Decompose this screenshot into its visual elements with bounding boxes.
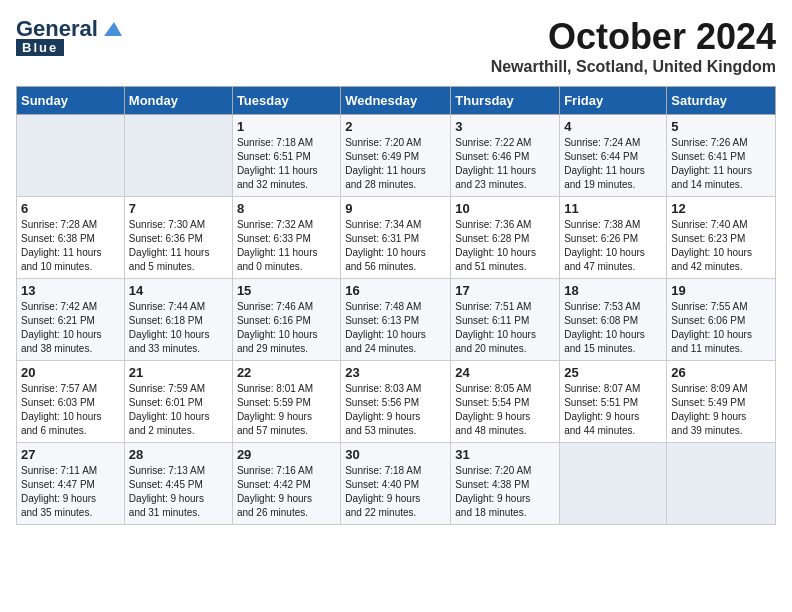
- day-info: Sunrise: 7:20 AM Sunset: 6:49 PM Dayligh…: [345, 136, 446, 192]
- day-number: 15: [237, 283, 336, 298]
- calendar-cell: 5Sunrise: 7:26 AM Sunset: 6:41 PM Daylig…: [667, 115, 776, 197]
- day-info: Sunrise: 7:44 AM Sunset: 6:18 PM Dayligh…: [129, 300, 228, 356]
- day-number: 21: [129, 365, 228, 380]
- day-info: Sunrise: 7:18 AM Sunset: 6:51 PM Dayligh…: [237, 136, 336, 192]
- calendar-cell: [124, 115, 232, 197]
- week-row-2: 6Sunrise: 7:28 AM Sunset: 6:38 PM Daylig…: [17, 197, 776, 279]
- day-info: Sunrise: 7:24 AM Sunset: 6:44 PM Dayligh…: [564, 136, 662, 192]
- day-number: 1: [237, 119, 336, 134]
- calendar-cell: 2Sunrise: 7:20 AM Sunset: 6:49 PM Daylig…: [341, 115, 451, 197]
- day-number: 9: [345, 201, 446, 216]
- day-info: Sunrise: 7:22 AM Sunset: 6:46 PM Dayligh…: [455, 136, 555, 192]
- day-info: Sunrise: 7:13 AM Sunset: 4:45 PM Dayligh…: [129, 464, 228, 520]
- calendar-cell: [17, 115, 125, 197]
- day-number: 24: [455, 365, 555, 380]
- logo-icon: [100, 18, 122, 40]
- day-number: 5: [671, 119, 771, 134]
- weekday-header-sunday: Sunday: [17, 87, 125, 115]
- calendar-cell: [560, 443, 667, 525]
- day-number: 11: [564, 201, 662, 216]
- calendar-cell: 11Sunrise: 7:38 AM Sunset: 6:26 PM Dayli…: [560, 197, 667, 279]
- day-number: 20: [21, 365, 120, 380]
- calendar-cell: 3Sunrise: 7:22 AM Sunset: 6:46 PM Daylig…: [451, 115, 560, 197]
- day-info: Sunrise: 7:38 AM Sunset: 6:26 PM Dayligh…: [564, 218, 662, 274]
- day-info: Sunrise: 7:48 AM Sunset: 6:13 PM Dayligh…: [345, 300, 446, 356]
- day-number: 25: [564, 365, 662, 380]
- day-number: 4: [564, 119, 662, 134]
- week-row-5: 27Sunrise: 7:11 AM Sunset: 4:47 PM Dayli…: [17, 443, 776, 525]
- header: General Blue October 2024 Newarthill, Sc…: [16, 16, 776, 76]
- day-number: 6: [21, 201, 120, 216]
- day-info: Sunrise: 7:36 AM Sunset: 6:28 PM Dayligh…: [455, 218, 555, 274]
- day-info: Sunrise: 7:32 AM Sunset: 6:33 PM Dayligh…: [237, 218, 336, 274]
- calendar-cell: 29Sunrise: 7:16 AM Sunset: 4:42 PM Dayli…: [232, 443, 340, 525]
- day-number: 12: [671, 201, 771, 216]
- day-number: 7: [129, 201, 228, 216]
- day-info: Sunrise: 7:18 AM Sunset: 4:40 PM Dayligh…: [345, 464, 446, 520]
- calendar-cell: 27Sunrise: 7:11 AM Sunset: 4:47 PM Dayli…: [17, 443, 125, 525]
- day-info: Sunrise: 7:34 AM Sunset: 6:31 PM Dayligh…: [345, 218, 446, 274]
- week-row-1: 1Sunrise: 7:18 AM Sunset: 6:51 PM Daylig…: [17, 115, 776, 197]
- weekday-header-friday: Friday: [560, 87, 667, 115]
- week-row-4: 20Sunrise: 7:57 AM Sunset: 6:03 PM Dayli…: [17, 361, 776, 443]
- weekday-header-saturday: Saturday: [667, 87, 776, 115]
- day-info: Sunrise: 7:53 AM Sunset: 6:08 PM Dayligh…: [564, 300, 662, 356]
- calendar-cell: 19Sunrise: 7:55 AM Sunset: 6:06 PM Dayli…: [667, 279, 776, 361]
- day-number: 18: [564, 283, 662, 298]
- day-info: Sunrise: 7:51 AM Sunset: 6:11 PM Dayligh…: [455, 300, 555, 356]
- day-info: Sunrise: 7:42 AM Sunset: 6:21 PM Dayligh…: [21, 300, 120, 356]
- weekday-header-wednesday: Wednesday: [341, 87, 451, 115]
- calendar-cell: 8Sunrise: 7:32 AM Sunset: 6:33 PM Daylig…: [232, 197, 340, 279]
- calendar-cell: 4Sunrise: 7:24 AM Sunset: 6:44 PM Daylig…: [560, 115, 667, 197]
- calendar-cell: 30Sunrise: 7:18 AM Sunset: 4:40 PM Dayli…: [341, 443, 451, 525]
- day-number: 10: [455, 201, 555, 216]
- calendar-cell: 21Sunrise: 7:59 AM Sunset: 6:01 PM Dayli…: [124, 361, 232, 443]
- day-info: Sunrise: 8:01 AM Sunset: 5:59 PM Dayligh…: [237, 382, 336, 438]
- day-number: 19: [671, 283, 771, 298]
- title-area: October 2024 Newarthill, Scotland, Unite…: [491, 16, 776, 76]
- day-number: 27: [21, 447, 120, 462]
- month-title: October 2024: [491, 16, 776, 58]
- weekday-header-thursday: Thursday: [451, 87, 560, 115]
- calendar-cell: 13Sunrise: 7:42 AM Sunset: 6:21 PM Dayli…: [17, 279, 125, 361]
- calendar-cell: 15Sunrise: 7:46 AM Sunset: 6:16 PM Dayli…: [232, 279, 340, 361]
- calendar-cell: 7Sunrise: 7:30 AM Sunset: 6:36 PM Daylig…: [124, 197, 232, 279]
- day-number: 3: [455, 119, 555, 134]
- weekday-header-row: SundayMondayTuesdayWednesdayThursdayFrid…: [17, 87, 776, 115]
- day-number: 26: [671, 365, 771, 380]
- weekday-header-tuesday: Tuesday: [232, 87, 340, 115]
- day-number: 30: [345, 447, 446, 462]
- weekday-header-monday: Monday: [124, 87, 232, 115]
- calendar-cell: 26Sunrise: 8:09 AM Sunset: 5:49 PM Dayli…: [667, 361, 776, 443]
- day-info: Sunrise: 7:59 AM Sunset: 6:01 PM Dayligh…: [129, 382, 228, 438]
- calendar-cell: 9Sunrise: 7:34 AM Sunset: 6:31 PM Daylig…: [341, 197, 451, 279]
- day-number: 16: [345, 283, 446, 298]
- day-info: Sunrise: 8:05 AM Sunset: 5:54 PM Dayligh…: [455, 382, 555, 438]
- location-title: Newarthill, Scotland, United Kingdom: [491, 58, 776, 76]
- day-number: 17: [455, 283, 555, 298]
- calendar-cell: 6Sunrise: 7:28 AM Sunset: 6:38 PM Daylig…: [17, 197, 125, 279]
- day-info: Sunrise: 7:46 AM Sunset: 6:16 PM Dayligh…: [237, 300, 336, 356]
- day-number: 28: [129, 447, 228, 462]
- day-info: Sunrise: 7:11 AM Sunset: 4:47 PM Dayligh…: [21, 464, 120, 520]
- day-number: 31: [455, 447, 555, 462]
- svg-marker-0: [104, 22, 122, 36]
- week-row-3: 13Sunrise: 7:42 AM Sunset: 6:21 PM Dayli…: [17, 279, 776, 361]
- calendar-cell: 22Sunrise: 8:01 AM Sunset: 5:59 PM Dayli…: [232, 361, 340, 443]
- calendar-cell: 20Sunrise: 7:57 AM Sunset: 6:03 PM Dayli…: [17, 361, 125, 443]
- day-info: Sunrise: 7:40 AM Sunset: 6:23 PM Dayligh…: [671, 218, 771, 274]
- calendar-cell: 17Sunrise: 7:51 AM Sunset: 6:11 PM Dayli…: [451, 279, 560, 361]
- calendar-table: SundayMondayTuesdayWednesdayThursdayFrid…: [16, 86, 776, 525]
- day-info: Sunrise: 7:20 AM Sunset: 4:38 PM Dayligh…: [455, 464, 555, 520]
- day-info: Sunrise: 7:57 AM Sunset: 6:03 PM Dayligh…: [21, 382, 120, 438]
- day-number: 2: [345, 119, 446, 134]
- day-info: Sunrise: 7:26 AM Sunset: 6:41 PM Dayligh…: [671, 136, 771, 192]
- day-number: 23: [345, 365, 446, 380]
- calendar-cell: 12Sunrise: 7:40 AM Sunset: 6:23 PM Dayli…: [667, 197, 776, 279]
- calendar-cell: 24Sunrise: 8:05 AM Sunset: 5:54 PM Dayli…: [451, 361, 560, 443]
- calendar-cell: 23Sunrise: 8:03 AM Sunset: 5:56 PM Dayli…: [341, 361, 451, 443]
- logo-blue-bar: Blue: [16, 39, 64, 56]
- day-number: 29: [237, 447, 336, 462]
- day-info: Sunrise: 8:09 AM Sunset: 5:49 PM Dayligh…: [671, 382, 771, 438]
- calendar-cell: 25Sunrise: 8:07 AM Sunset: 5:51 PM Dayli…: [560, 361, 667, 443]
